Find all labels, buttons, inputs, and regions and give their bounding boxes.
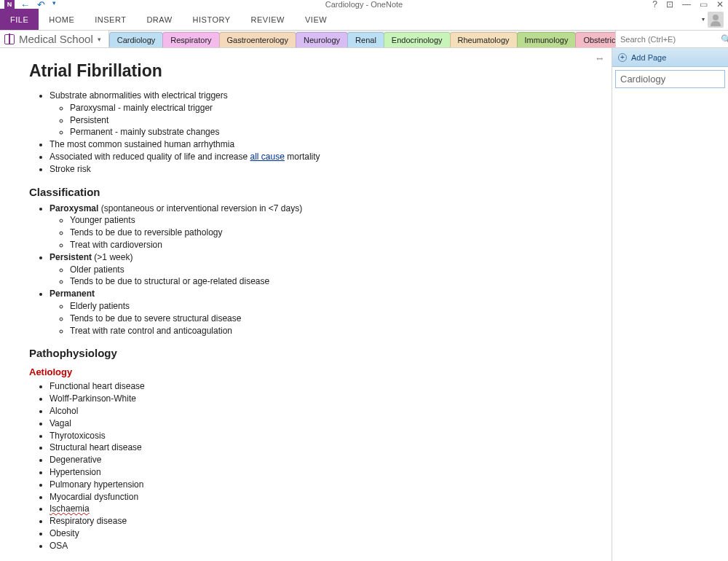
ribbon-tab-home[interactable]: HOME (39, 9, 84, 30)
ribbon-display-icon[interactable]: ⊡ (666, 0, 673, 9)
ribbon-tab-insert[interactable]: INSERT (84, 9, 136, 30)
ribbon-tab-review[interactable]: REVIEW (241, 9, 295, 30)
ribbon-tab-view[interactable]: VIEW (295, 9, 337, 30)
section-tab[interactable]: Immunology (517, 32, 577, 47)
list-item: Stroke risk (50, 163, 495, 176)
list-item: Obesity (50, 527, 495, 540)
list-item: Permanent - mainly substrate changes (70, 126, 495, 138)
add-page-button[interactable]: + Add Page (612, 48, 728, 67)
list-item: Pulmonary hypertension (50, 479, 495, 491)
list-item: Permanent Elderly patientsTends to be du… (50, 288, 495, 337)
section-tab[interactable]: Rheumatology (450, 32, 518, 47)
notebook-icon (4, 34, 15, 44)
list-item: Tends to be due to reversible pathology (70, 227, 495, 239)
notebook-name: Medical School (19, 33, 93, 45)
list-item: Treat with cardioversion (70, 239, 495, 251)
list-item: Degenerative (50, 454, 495, 466)
list-item: Functional heart disease (50, 380, 495, 393)
list-item: Myocardial dysfunction (50, 491, 495, 503)
list-item: Vagal (50, 417, 495, 430)
section-tab[interactable]: Respiratory (162, 32, 219, 47)
section-tab[interactable]: Gastroenterology (219, 32, 296, 47)
expand-icon[interactable]: ⤢ (594, 53, 606, 65)
list-item: Respiratory disease (50, 515, 495, 527)
list-item: Younger patients (70, 214, 495, 227)
section-tab[interactable]: Endocrinology (384, 32, 451, 47)
minimize-icon[interactable]: — (682, 0, 691, 9)
section-tab[interactable]: Cardiology (109, 32, 164, 47)
list-item: Alcohol (50, 405, 495, 417)
list-item: Persistent (>1 week) Older patientsTends… (50, 251, 495, 288)
search-icon[interactable]: 🔍 (721, 34, 728, 44)
help-icon[interactable]: ? (652, 0, 657, 9)
list-item: Persistent (70, 114, 495, 127)
file-tab[interactable]: FILE (0, 9, 39, 30)
list-item: OSA (50, 540, 495, 552)
maximize-icon[interactable]: ▭ (700, 0, 708, 9)
search-input[interactable] (620, 35, 721, 44)
user-avatar[interactable] (708, 12, 724, 28)
back-icon[interactable]: ← (20, 0, 30, 10)
user-dropdown-icon[interactable]: ▾ (702, 16, 705, 23)
window-title: Cardiology - OneNote (325, 0, 403, 9)
page-list-item[interactable]: Cardiology (615, 70, 725, 88)
list-item: Paroxysmal (spontaneous or interventiona… (50, 203, 495, 251)
list-item: Thyrotoxicosis (50, 430, 495, 442)
add-page-label: Add Page (631, 53, 666, 62)
list-item: Treat with rate control and anticoagulat… (70, 325, 495, 337)
page-content[interactable]: Atrial Fibrillation Substrate abnormalit… (0, 48, 524, 561)
heading-classification: Classification (29, 186, 495, 198)
heading-aetiology: Aetiology (29, 366, 495, 377)
qat-dropdown-icon[interactable]: ▾ (52, 0, 56, 10)
list-item: Structural heart disease (50, 442, 495, 454)
list-item: Ischaemia (50, 503, 495, 515)
page-title: Atrial Fibrillation (29, 61, 495, 81)
ribbon-tab-draw[interactable]: DRAW (136, 9, 182, 30)
section-tab[interactable]: Renal (347, 32, 384, 47)
search-box[interactable]: 🔍 ▾ (615, 31, 728, 47)
list-item: Tends to be due to severe structural dis… (70, 313, 495, 325)
heading-pathophysiology: Pathophysiology (29, 347, 495, 359)
list-item: Paroxysmal - mainly electrical trigger (70, 102, 495, 114)
list-item: Substrate abnormalities with electrical … (50, 90, 495, 138)
list-item: Older patients (70, 264, 495, 276)
ribbon-tab-history[interactable]: HISTORY (183, 9, 241, 30)
list-item: Wolff-Parkinson-White (50, 393, 495, 405)
plus-icon: + (618, 53, 627, 62)
list-item: Tends to be due to structural or age-rel… (70, 275, 495, 288)
app-logo: N (4, 0, 15, 9)
list-item: The most common sustained human arrhythm… (50, 138, 495, 151)
list-item: Hypertension (50, 466, 495, 479)
close-icon[interactable]: ✕ (716, 0, 724, 9)
section-tab[interactable]: Neurology (296, 32, 348, 47)
list-item: Elderly patients (70, 300, 495, 313)
list-item: Associated with reduced quality of life … (50, 151, 495, 163)
notebook-selector[interactable]: Medical School ▾ (0, 31, 109, 47)
chevron-down-icon: ▾ (98, 36, 101, 43)
section-tab[interactable]: Obstetrics (575, 32, 615, 47)
undo-icon[interactable]: ↶ (37, 0, 45, 10)
